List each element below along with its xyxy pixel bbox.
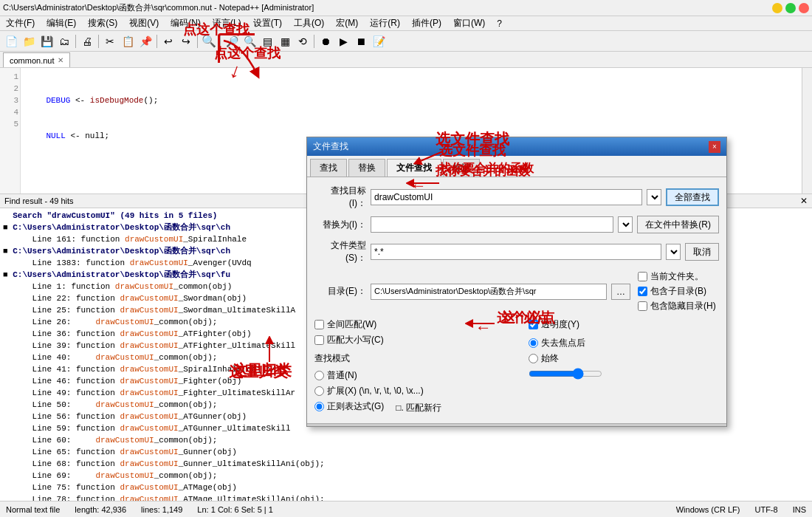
case-checkbox[interactable]	[314, 335, 324, 345]
minimize-button[interactable]	[772, 3, 782, 13]
fr-line-65: Line 65: function drawCustomUI_Gunner(ob…	[3, 446, 809, 458]
check-case[interactable]: 匹配大小写(C)	[314, 334, 521, 346]
replace-dropdown[interactable]	[618, 216, 633, 233]
macro-stop-button[interactable]: ⏹	[353, 33, 369, 49]
paste-button[interactable]: 📌	[137, 33, 154, 49]
dialog-tab-find[interactable]: 查找	[310, 159, 347, 177]
undo-button[interactable]: ↩	[160, 33, 176, 49]
macro-play-button[interactable]: ▶	[335, 33, 351, 49]
wrap-button[interactable]: ⟲	[295, 33, 311, 49]
code-line-1: DEBUG <- isDebugMode();	[27, 95, 796, 106]
dialog-tab-replace[interactable]: 替换	[348, 159, 385, 177]
radio-always-input[interactable]	[529, 354, 538, 363]
hidden-checkbox[interactable]	[638, 301, 647, 311]
transparency-section: 透明度(Y)	[529, 318, 719, 331]
align-left-button[interactable]: ▤	[259, 33, 275, 49]
menu-run[interactable]: 运行(R)	[367, 16, 403, 30]
menu-edit[interactable]: 编辑(E)	[44, 16, 79, 30]
menu-plugins[interactable]: 插件(P)	[409, 16, 444, 30]
title-bar: C:\Users\Administrator\Desktop\函数合并\sqr\…	[0, 0, 812, 16]
dialog-tab-filefind[interactable]: 文件查找	[387, 159, 441, 177]
dialog-close-button[interactable]: ×	[709, 141, 720, 153]
menu-view[interactable]: 视图(V)	[126, 16, 162, 30]
find-button[interactable]: 🔍	[201, 33, 217, 49]
open-button[interactable]: 📁	[21, 33, 37, 49]
print-button[interactable]: 🖨	[79, 33, 95, 49]
menu-macro[interactable]: 宏(M)	[333, 16, 361, 30]
menu-tools[interactable]: 工具(O)	[291, 16, 327, 30]
replace-in-files-button[interactable]: 在文件中替换(R)	[637, 216, 719, 233]
tab-common-nut[interactable]: common.nut ✕	[3, 52, 70, 67]
dir-row: 目录(E)： … 当前文件夹。 包含子目录(B) 包含隐藏目录(H)	[314, 270, 719, 312]
fr-line-69: Line 69: drawCustomUI_common(obj);	[3, 470, 809, 482]
radio-expand[interactable]: 扩展(X) (\n, \r, \t, \0, \x...)	[314, 385, 521, 397]
copy-button[interactable]: 📋	[120, 33, 136, 49]
dialog-tab-bar: 查找 替换 文件查找 标记	[307, 156, 726, 177]
radio-expand-input[interactable]	[314, 386, 324, 396]
checkbox-group: 全间匹配(W) 匹配大小写(C)	[314, 318, 521, 346]
tab-close-button[interactable]: ✕	[58, 56, 63, 64]
current-folder-checkbox[interactable]	[638, 272, 647, 281]
check-hidden[interactable]: 包含隐藏目录(H)	[638, 300, 719, 312]
macro-list-button[interactable]: 📝	[371, 33, 387, 49]
check-subfolders[interactable]: 包含子目录(B)	[638, 285, 719, 298]
menu-settings[interactable]: 设置(T)	[250, 16, 285, 30]
dir-input[interactable]	[371, 284, 607, 300]
window-controls	[772, 3, 809, 13]
macro-record-button[interactable]: ⏺	[317, 33, 334, 49]
radio-normal[interactable]: 普通(N)	[314, 369, 521, 382]
find-input[interactable]	[371, 189, 642, 205]
line-numbers: 1 2 3 4 5	[0, 68, 21, 194]
menu-file[interactable]: 文件(F)	[3, 16, 38, 30]
align-center-button[interactable]: ▦	[277, 33, 293, 49]
subfolders-checkbox[interactable]	[638, 287, 647, 296]
dialog-tab-mark[interactable]: 标记	[443, 159, 480, 177]
menu-window[interactable]: 窗口(W)	[450, 16, 488, 30]
transparency-slider[interactable]	[529, 368, 602, 380]
check-current-folder[interactable]: 当前文件夹。	[638, 270, 719, 283]
left-col: 全间匹配(W) 匹配大小写(C) 查找模式 普通(N)	[314, 318, 521, 416]
replace-input[interactable]	[371, 216, 613, 233]
status-encoding: UTF-8	[754, 505, 777, 514]
status-insert-mode: INS	[793, 505, 806, 514]
menu-encode[interactable]: 编码(N)	[168, 16, 204, 30]
find-dropdown[interactable]	[647, 189, 661, 205]
all-find-button[interactable]: 全部查找	[666, 188, 719, 206]
radio-lose-focus[interactable]: 失去焦点后	[529, 337, 719, 349]
save-button[interactable]: 💾	[38, 33, 55, 49]
save-all-button[interactable]: 🗂	[56, 33, 72, 49]
search-mode-section: 查找模式 普通(N) 扩展(X) (\n, \r, \t, \0, \x...)	[314, 352, 521, 416]
maximize-button[interactable]	[785, 3, 796, 13]
find-label: 查找目标(I)：	[314, 185, 366, 210]
radio-lose-focus-input[interactable]	[529, 338, 538, 348]
search-mode-label: 查找模式	[314, 352, 521, 365]
all-open-checkbox[interactable]	[314, 320, 324, 329]
file-type-input[interactable]	[371, 244, 661, 260]
transparency-checkbox[interactable]	[529, 320, 538, 329]
check-transparency[interactable]: 透明度(Y)	[529, 318, 719, 331]
dialog-body: 查找目标(I)： 全部查找 替换为(I)： 在文件中替换(R) 文件类型(S)：…	[307, 177, 726, 423]
new-button[interactable]: 📄	[3, 33, 19, 49]
zoom-in-button[interactable]: 🔎	[224, 33, 240, 49]
menu-lang[interactable]: 语言(L)	[210, 16, 244, 30]
fr-line-75: Line 75: function drawCustomUI_ATMage(ob…	[3, 482, 809, 493]
cut-button[interactable]: ✂	[102, 33, 118, 49]
find-result-close-button[interactable]: ✕	[800, 196, 808, 206]
cancel-button[interactable]: 取消	[685, 243, 719, 261]
menu-search[interactable]: 搜索(S)	[85, 16, 120, 30]
redo-button[interactable]: ↪	[178, 33, 194, 49]
file-type-dropdown[interactable]	[666, 244, 681, 260]
radio-normal-input[interactable]	[314, 371, 324, 380]
two-col-section: 全间匹配(W) 匹配大小写(C) 查找模式 普通(N)	[314, 318, 719, 416]
close-button[interactable]	[799, 3, 809, 13]
editor-scrollbar[interactable]	[802, 68, 812, 194]
toolbar-sep-3	[156, 35, 157, 48]
dir-browse-button[interactable]: …	[611, 284, 630, 300]
menu-help[interactable]: ?	[494, 18, 505, 30]
radio-regex[interactable]: 正则表达式(G)	[314, 400, 384, 413]
check-all-open[interactable]: 全间匹配(W)	[314, 318, 521, 331]
zoom-out-button[interactable]: 🔍	[241, 33, 258, 49]
file-search-dialog[interactable]: 文件查找 × 查找 替换 文件查找 标记 查找目标(I)： 全部查找 替换为(I…	[306, 137, 727, 427]
radio-always[interactable]: 始终	[529, 352, 719, 365]
radio-regex-input[interactable]	[314, 402, 324, 411]
